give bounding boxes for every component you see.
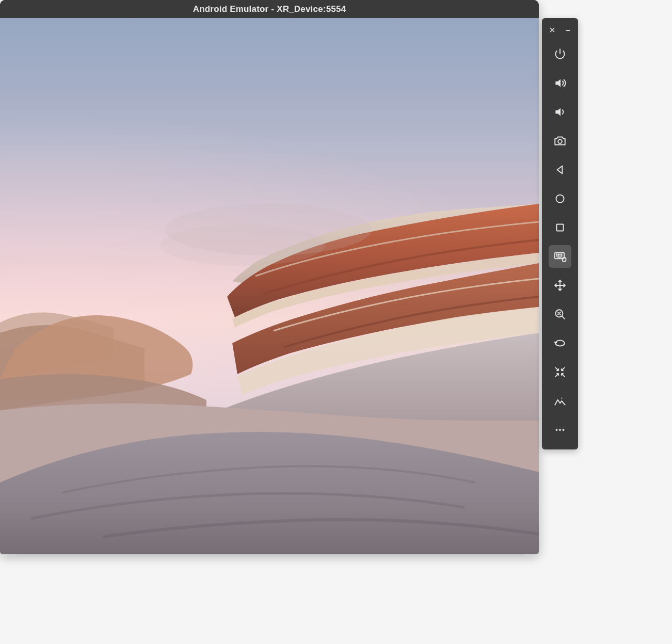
- svg-point-2: [558, 139, 562, 143]
- screenshot-button[interactable]: [549, 130, 571, 152]
- svg-point-19: [563, 429, 565, 431]
- power-icon: [553, 47, 567, 61]
- back-button[interactable]: [549, 158, 571, 181]
- power-button[interactable]: [549, 43, 571, 66]
- back-icon: [553, 163, 567, 176]
- volume-up-icon: [553, 76, 567, 90]
- window-title: Android Emulator - XR_Device:5554: [193, 4, 346, 14]
- svg-point-11: [558, 255, 558, 256]
- overview-button[interactable]: [549, 216, 571, 239]
- rotate-icon: [553, 336, 567, 350]
- volume-up-button[interactable]: [549, 72, 571, 94]
- minimize-icon: [564, 26, 571, 34]
- home-icon: [553, 192, 567, 205]
- svg-point-1: [160, 224, 325, 266]
- emulator-side-toolbar: [542, 18, 578, 449]
- svg-point-8: [559, 254, 560, 254]
- move-button[interactable]: [549, 274, 571, 297]
- svg-point-12: [559, 255, 560, 256]
- minimize-button[interactable]: [562, 24, 573, 36]
- svg-point-3: [556, 195, 564, 202]
- virtual-scene-button[interactable]: [549, 390, 571, 412]
- window-controls: [547, 21, 573, 40]
- emulator-window: Android Emulator - XR_Device:5554: [0, 0, 539, 554]
- overview-icon: [553, 221, 567, 234]
- move-icon: [553, 279, 567, 292]
- recenter-button[interactable]: [549, 361, 571, 383]
- more-icon: [553, 423, 567, 437]
- terrain-illustration: [0, 18, 539, 554]
- svg-point-9: [562, 254, 562, 254]
- home-button[interactable]: [549, 187, 571, 210]
- close-button[interactable]: [547, 24, 558, 36]
- keyboard-input-button[interactable]: [549, 245, 571, 268]
- svg-rect-4: [557, 224, 564, 231]
- zoom-icon: [553, 308, 567, 321]
- emulator-screen[interactable]: [0, 18, 539, 554]
- zoom-button[interactable]: [549, 303, 571, 326]
- recenter-icon: [553, 365, 567, 379]
- virtual-scene-icon: [553, 394, 567, 408]
- close-icon: [549, 26, 556, 34]
- svg-point-7: [558, 254, 558, 254]
- rotate-button[interactable]: [549, 332, 571, 355]
- svg-point-18: [559, 429, 561, 431]
- more-button[interactable]: [549, 418, 571, 441]
- svg-point-13: [562, 255, 562, 256]
- svg-point-6: [556, 254, 557, 254]
- svg-point-16: [561, 398, 562, 399]
- volume-down-icon: [553, 105, 567, 119]
- volume-down-button[interactable]: [549, 101, 571, 123]
- keyboard-input-icon: [553, 250, 567, 263]
- window-titlebar[interactable]: Android Emulator - XR_Device:5554: [0, 0, 539, 18]
- svg-point-10: [556, 255, 557, 256]
- camera-icon: [553, 134, 567, 148]
- svg-point-17: [556, 429, 558, 431]
